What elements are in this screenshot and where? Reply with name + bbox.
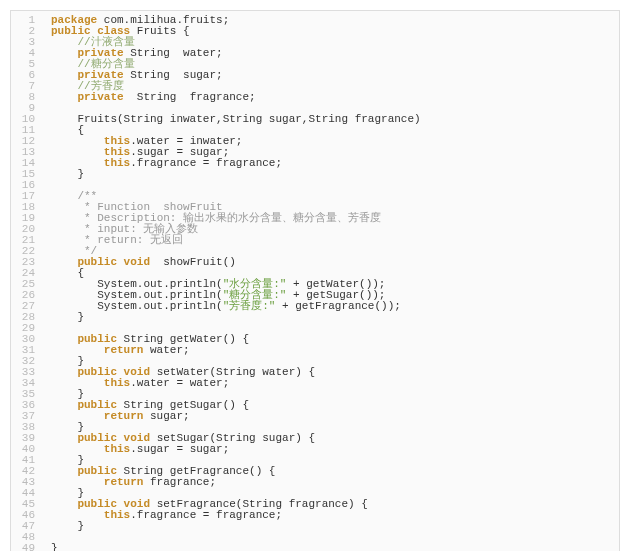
code-line — [51, 180, 611, 191]
code-line: System.out.println("芳香度:" + getFragrance… — [51, 301, 611, 312]
code-line: private String fragrance; — [51, 92, 611, 103]
code-line: this.sugar = sugar; — [51, 444, 611, 455]
token-txt: String water; — [124, 47, 223, 59]
token-kw: this — [104, 509, 130, 521]
token-txt: .water = water; — [130, 377, 229, 389]
token-txt: showFruit() — [150, 256, 236, 268]
line-number-gutter: 1234567891011121314151617181920212223242… — [11, 11, 43, 551]
code-line: } — [51, 169, 611, 180]
token-kw: return — [104, 344, 144, 356]
token-txt: String fragrance; — [124, 91, 256, 103]
code-content: package com.milihua.fruits;public class … — [43, 11, 619, 551]
token-txt: } — [51, 520, 84, 532]
token-str: "芳香度:" — [223, 300, 276, 312]
code-line: private String sugar; — [51, 70, 611, 81]
token-txt: .fragrance = fragrance; — [130, 157, 282, 169]
token-kw: return — [104, 476, 144, 488]
token-txt: .sugar = sugar; — [130, 443, 229, 455]
token-doc: * return: 无返回 — [84, 234, 183, 246]
code-block: 1234567891011121314151617181920212223242… — [10, 10, 620, 551]
token-txt: Fruits(String inwater,String sugar,Strin… — [51, 113, 421, 125]
token-txt: } — [51, 311, 84, 323]
code-line — [51, 532, 611, 543]
code-line: return fragrance; — [51, 477, 611, 488]
token-kw: public void — [77, 256, 150, 268]
token-kw: return — [104, 410, 144, 422]
code-line: return water; — [51, 345, 611, 356]
token-txt — [51, 91, 77, 103]
code-line: Fruits(String inwater,String sugar,Strin… — [51, 114, 611, 125]
code-line: } — [51, 543, 611, 551]
code-line: public void showFruit() — [51, 257, 611, 268]
code-line: * return: 无返回 — [51, 235, 611, 246]
token-txt: String sugar; — [124, 69, 223, 81]
token-txt: fragrance; — [143, 476, 216, 488]
code-line: return sugar; — [51, 411, 611, 422]
token-kw: this — [104, 443, 130, 455]
code-line: public class Fruits { — [51, 26, 611, 37]
code-line: } — [51, 312, 611, 323]
code-line: } — [51, 521, 611, 532]
token-kw: this — [104, 377, 130, 389]
code-line: private String water; — [51, 48, 611, 59]
token-txt: water; — [143, 344, 189, 356]
token-txt: + getFragrance()); — [275, 300, 400, 312]
token-txt: Fruits { — [130, 25, 189, 37]
token-kw: private — [77, 91, 123, 103]
token-txt: sugar; — [143, 410, 189, 422]
code-line: this.fragrance = fragrance; — [51, 510, 611, 521]
token-txt: } — [51, 168, 84, 180]
token-txt: .fragrance = fragrance; — [130, 509, 282, 521]
code-line: this.fragrance = fragrance; — [51, 158, 611, 169]
code-line: this.water = water; — [51, 378, 611, 389]
token-kw: this — [104, 157, 130, 169]
line-number: 49 — [15, 543, 35, 551]
token-txt: } — [51, 542, 58, 551]
